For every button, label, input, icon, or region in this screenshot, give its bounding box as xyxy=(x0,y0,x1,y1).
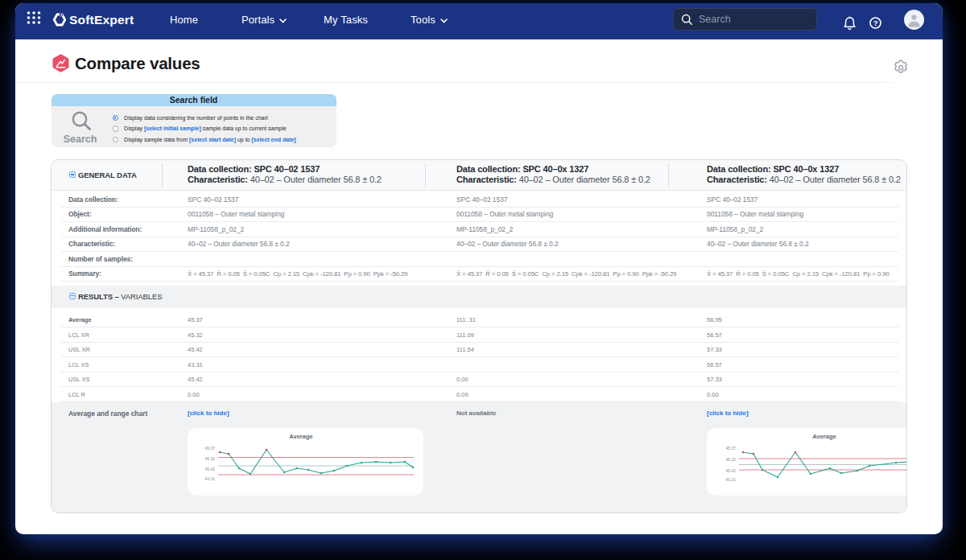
svg-text:43.31: 43.31 xyxy=(204,476,215,481)
svg-text:43.31: 43.31 xyxy=(725,477,736,482)
svg-text:Average: Average xyxy=(289,433,312,440)
svg-text:45.37: 45.37 xyxy=(725,446,736,451)
svg-text:?: ? xyxy=(873,18,878,27)
svg-text:45.32: 45.32 xyxy=(204,456,215,461)
svg-text:Average: Average xyxy=(812,433,836,440)
svg-text:45.42: 45.42 xyxy=(204,467,215,471)
svg-text:45.37: 45.37 xyxy=(204,446,215,451)
svg-text:45.42: 45.42 xyxy=(725,468,736,473)
svg-text:45.32: 45.32 xyxy=(725,457,736,462)
